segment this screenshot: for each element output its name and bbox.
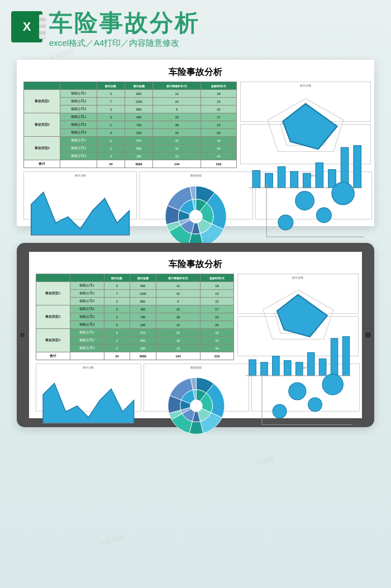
table-cell: 15 — [201, 98, 236, 106]
table-cell: 4 — [97, 152, 125, 160]
excel-icon-letter: X — [23, 20, 31, 34]
table-cell: 19 — [201, 329, 233, 337]
table-cell: 2 — [97, 145, 125, 152]
table-cell: 25 — [156, 329, 201, 337]
table-header-cell — [36, 274, 70, 282]
table-cell: 900 — [130, 337, 156, 345]
table-cell: 15 — [201, 290, 233, 298]
table-cell: 保险公司3 — [70, 345, 104, 352]
watermark: b 包图网 — [100, 533, 125, 547]
table-cell: 保险公司2 — [60, 145, 97, 152]
table-cell: 1 — [97, 121, 125, 129]
table-cell: 15 — [201, 313, 233, 321]
group-label: 事故类型1 — [24, 90, 60, 113]
group-label: 事故类型3 — [24, 137, 60, 160]
table-cell: 3 — [104, 305, 130, 313]
area-chart: 赔付次数 — [23, 171, 137, 219]
right-chart-column: 赔付金额 图表标题 — [237, 274, 359, 360]
table-header-cell: 累计维修时长/天 — [156, 274, 201, 282]
table-cell: 14 — [156, 321, 201, 329]
table-row: 事故类型1保险公司156001218 — [36, 282, 234, 290]
table-cell: 保险公司1 — [60, 90, 97, 98]
table-cell: 2 — [97, 106, 125, 113]
table-cell: 22 — [201, 298, 233, 305]
bubble-chart: 合计 — [251, 364, 360, 412]
page-subtitle: excel格式／A4打印／内容随意修改 — [49, 38, 380, 49]
table-cell: 保险公司2 — [70, 313, 104, 321]
table-cell: 2 — [104, 298, 130, 305]
table-cell: 1200 — [130, 290, 156, 298]
table-footer-cell: 5650 — [130, 352, 156, 360]
svg-marker-34 — [43, 383, 134, 423]
table-cell: 19 — [201, 137, 236, 145]
preview-paper: 车险事故分析 赔付次数赔付金额累计维修时长/天返款时间/天 事故类型1保险公司1… — [17, 60, 374, 226]
table-cell: 800 — [130, 298, 156, 305]
group-label: 事故类型2 — [24, 113, 60, 137]
table-cell: 4 — [104, 345, 130, 352]
table-cell: 26 — [201, 129, 236, 137]
table-cell: 800 — [125, 106, 153, 113]
table-cell: 保险公司3 — [60, 106, 97, 113]
table-footer-cell: 144 — [156, 352, 201, 360]
svg-point-18 — [331, 182, 354, 204]
table-cell: 保险公司1 — [70, 282, 104, 290]
table-header-cell: 赔付次数 — [104, 274, 130, 282]
table-cell: 25 — [153, 137, 201, 145]
table-cell: 保险公司2 — [70, 290, 104, 298]
table-cell: 保险公司2 — [60, 121, 97, 129]
table-cell: 42 — [201, 145, 236, 152]
table-footer-cell: 218 — [201, 352, 233, 360]
svg-point-39 — [322, 374, 343, 395]
table-cell: 44 — [201, 152, 236, 160]
table-footer-cell: 34 — [97, 160, 125, 168]
sunburst-chart: 图表标题 — [144, 364, 249, 412]
table-row: 事故类型2保险公司134501517 — [24, 113, 237, 121]
svg-point-16 — [295, 192, 314, 211]
data-table: 赔付次数赔付金额累计维修时长/天返款时间/天 事故类型1保险公司15600121… — [23, 82, 237, 168]
svg-marker-13 — [31, 192, 130, 235]
table-cell: 保险公司1 — [70, 305, 104, 313]
table-header-cell — [70, 274, 104, 282]
table-cell: 900 — [125, 145, 153, 152]
table-cell: 730 — [125, 121, 153, 129]
radar-chart-title: 赔付金额 — [242, 84, 369, 87]
table-row: 事故类型2保险公司134501517 — [36, 305, 234, 313]
table-header-cell — [60, 82, 97, 90]
area-chart-title: 赔付次数 — [38, 366, 139, 369]
right-chart-column: 赔付金额 图表标题 — [240, 82, 371, 168]
table-header-cell: 累计维修时长/天 — [153, 82, 201, 90]
bubble-chart: 合计 — [255, 171, 372, 219]
svg-point-38 — [308, 398, 322, 412]
table-cell: 3 — [97, 113, 125, 121]
table-footer-cell: 合计 — [36, 352, 70, 360]
group-label: 事故类型3 — [36, 329, 70, 352]
table-row: 事故类型3保险公司165702519 — [24, 137, 237, 145]
bottom-chart-row: 赔付次数 图表标题 合计 — [36, 364, 355, 412]
table-cell: 14 — [153, 129, 201, 137]
document-title: 车险事故分析 — [36, 259, 355, 270]
table-cell: 9 — [153, 106, 201, 113]
table-header-cell: 返款时间/天 — [201, 82, 236, 90]
table-cell: 1200 — [125, 98, 153, 106]
watermark: b 包图网 — [251, 455, 276, 469]
area-svg — [26, 178, 135, 244]
table-cell: 保险公司2 — [60, 98, 97, 106]
page-header: X 车险事故分析 excel格式／A4打印／内容随意修改 — [0, 0, 391, 54]
area-chart-title: 赔付次数 — [26, 174, 135, 177]
area-svg — [38, 370, 139, 431]
table-cell: 15 — [156, 305, 201, 313]
table-cell: 180 — [125, 152, 153, 160]
table-cell: 9 — [156, 298, 201, 305]
table-cell: 5 — [104, 282, 130, 290]
table-cell: 22 — [156, 290, 201, 298]
svg-point-37 — [288, 383, 306, 400]
bubble-svg — [254, 370, 357, 433]
table-cell: 5 — [97, 90, 125, 98]
table-cell: 4 — [104, 321, 130, 329]
sunburst-chart: 图表标题 — [139, 171, 252, 219]
group-label: 事故类型1 — [36, 282, 70, 305]
sunburst-chart-title: 图表标题 — [141, 174, 250, 177]
group-label: 事故类型2 — [36, 305, 70, 329]
table-header-cell: 赔付次数 — [97, 82, 125, 90]
svg-point-15 — [278, 215, 293, 230]
